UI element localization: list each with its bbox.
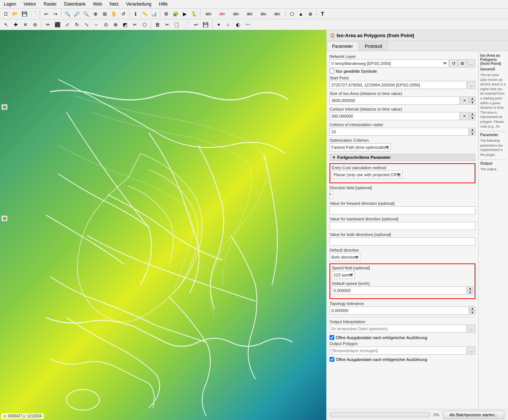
both-directions-input[interactable] — [330, 237, 475, 246]
toolbar-part[interactable]: ⊕ — [111, 20, 120, 29]
toolbar-refresh[interactable]: ↺ — [119, 9, 128, 18]
network-layer-settings[interactable]: ⚙ — [458, 59, 466, 68]
toolbar-arc[interactable]: ◐ — [233, 20, 242, 29]
toolbar-python[interactable]: 🐍 — [190, 9, 199, 18]
topology-spin-up[interactable]: ▲ — [469, 306, 475, 311]
cellsize-input[interactable] — [330, 128, 469, 136]
toolbar-shape2[interactable]: ▲ — [296, 9, 305, 18]
toolbar-circle[interactable]: ○ — [224, 20, 233, 29]
menu-verarbeitung[interactable]: Verarbeitung — [124, 1, 154, 7]
toolbar-measure[interactable]: 📏 — [140, 9, 149, 18]
default-speed-spin-up[interactable]: ▲ — [467, 286, 473, 291]
menu-lagen[interactable]: Lagen — [1, 1, 18, 7]
speed-field-select[interactable]: 123 speed — [332, 271, 355, 279]
advanced-section-header[interactable]: ▼ Fortgeschrittene Parameter — [330, 154, 475, 161]
toolbar-undo2[interactable]: ↩ — [191, 20, 200, 29]
only-selected-checkbox[interactable] — [330, 69, 334, 73]
map-canvas[interactable]: x: 2658427 y: 1213204 ⊠ ⊠ — [0, 30, 326, 420]
iso-area-size-input[interactable] — [330, 96, 460, 105]
iso-area-clear-btn[interactable]: ✕ — [461, 96, 469, 105]
contour-spin-up[interactable]: ▲ — [469, 112, 475, 116]
menu-raster[interactable]: Raster — [41, 1, 59, 7]
toolbar-label5[interactable]: abc — [257, 9, 270, 18]
toolbar-shape1[interactable]: ⬡ — [287, 9, 296, 18]
toolbar-cut[interactable]: ✂ — [163, 20, 171, 29]
contour-clear-btn[interactable]: ✕ — [461, 112, 469, 120]
contour-spin-down[interactable]: ▼ — [469, 116, 475, 120]
toolbar-move[interactable]: ⤢ — [63, 20, 72, 29]
toolbar-edit[interactable]: ✏ — [43, 20, 52, 29]
toolbar-shape3[interactable]: ⊛ — [306, 9, 315, 18]
toolbar-delete[interactable]: 🗑 — [153, 20, 162, 29]
toolbar-paste[interactable]: 📄 — [182, 20, 191, 29]
output-polygon-input[interactable] — [330, 347, 466, 355]
direction-field-select[interactable] — [330, 191, 333, 199]
toolbar-zoom-out[interactable]: 🔍 — [82, 9, 91, 18]
toolbar-new[interactable]: 🗋 — [1, 9, 10, 18]
network-layer-refresh[interactable]: ↺ — [449, 59, 458, 68]
output-interpolation-browse[interactable]: ... — [467, 325, 475, 333]
default-direction-select[interactable]: Both directions — [330, 253, 360, 261]
default-speed-spin-down[interactable]: ▼ — [467, 291, 473, 295]
cellsize-spin-up[interactable]: ▲ — [469, 128, 475, 132]
toolbar-rotate[interactable]: ↻ — [72, 20, 81, 29]
toolbar-label4[interactable]: abc — [243, 9, 256, 18]
toolbar-label[interactable]: abc — [202, 9, 215, 18]
toolbar-reshape[interactable]: ◩ — [121, 20, 130, 29]
menu-datenbank[interactable]: Datenbank — [62, 1, 88, 7]
network-layer-select[interactable]: V tempWanderweg [EPSG:2056] — [330, 59, 449, 68]
toolbar-scale[interactable]: ⤡ — [82, 20, 91, 29]
toolbar-plugins[interactable]: 🧩 — [171, 9, 180, 18]
toolbar-invert[interactable]: ⊖ — [30, 20, 39, 29]
toolbar-settings[interactable]: ⚙ — [162, 9, 171, 18]
only-selected-label[interactable]: Nur gewählte Symbole — [336, 69, 377, 73]
toolbar-select2[interactable]: ✚ — [11, 20, 20, 29]
toolbar-ring[interactable]: ⊙ — [101, 20, 110, 29]
output-interpolation-input[interactable] — [330, 325, 466, 333]
toolbar-t[interactable]: T — [318, 9, 327, 18]
menu-netz[interactable]: Netz — [107, 1, 121, 7]
menu-vektor[interactable]: Vektor — [21, 1, 38, 7]
iso-area-spin-up[interactable]: ▲ — [469, 96, 475, 101]
toolbar-label2[interactable]: abc — [216, 9, 229, 18]
toolbar-select[interactable]: ↖ — [1, 20, 10, 29]
output-polygon-open-label[interactable]: Öffne Ausgabedatei nach erfolgreicher Au… — [336, 357, 427, 362]
toolbar-split[interactable]: ✂ — [130, 20, 139, 29]
tab-parameter[interactable]: Parameter — [327, 42, 358, 51]
toolbar-save-as[interactable]: 📄 — [29, 9, 38, 18]
output-polygon-open-checkbox[interactable] — [330, 357, 334, 362]
toolbar-deselect[interactable]: ✕ — [21, 20, 30, 29]
toolbar-zoom-selection[interactable]: ⊕ — [91, 9, 100, 18]
toolbar-save[interactable]: 💾 — [20, 9, 29, 18]
network-layer-browse[interactable]: … — [467, 59, 475, 68]
toolbar-processing[interactable]: ▶ — [180, 9, 189, 18]
toolbar-label6[interactable]: abc — [271, 9, 284, 18]
start-point-input[interactable] — [330, 81, 466, 89]
tab-protokoll[interactable]: Protokoll — [359, 42, 388, 51]
toolbar-identify[interactable]: ℹ — [131, 9, 140, 18]
start-point-browse[interactable]: ... — [467, 81, 475, 89]
backward-direction-input[interactable] — [330, 222, 475, 230]
toolbar-zoom-layer[interactable]: ⊞ — [100, 9, 109, 18]
toolbar-pan[interactable]: ✋ — [109, 9, 118, 18]
menu-hilfe[interactable]: Hilfe — [157, 1, 170, 7]
toolbar-undo[interactable]: ↩ — [42, 9, 50, 18]
toolbar-freehand[interactable]: 〰 — [243, 20, 252, 29]
toolbar-save2[interactable]: 💾 — [201, 20, 210, 29]
toolbar-copy[interactable]: 📋 — [172, 20, 181, 29]
toolbar-open[interactable]: 📂 — [11, 9, 20, 18]
forward-direction-input[interactable] — [330, 206, 475, 214]
optimization-select[interactable]: Fastest Path (time optimization) — [330, 143, 391, 151]
iso-area-spin-down[interactable]: ▼ — [469, 101, 475, 105]
menu-web[interactable]: Web — [91, 1, 104, 7]
batch-button[interactable]: Als Batchprozess starten... — [443, 411, 504, 419]
output-interpolation-open-label[interactable]: Öffne Ausgabedatei nach erfolgreicher Au… — [336, 335, 427, 340]
toolbar-chart[interactable]: 📊 — [150, 9, 158, 18]
output-polygon-browse[interactable]: ... — [467, 347, 475, 355]
topology-tolerance-input[interactable] — [330, 306, 469, 315]
cellsize-spin-down[interactable]: ▼ — [469, 132, 475, 136]
toolbar-simplify[interactable]: ~ — [92, 20, 101, 29]
topology-spin-down[interactable]: ▼ — [469, 311, 475, 315]
entry-cost-select[interactable]: Planar (only use with projected CRS) — [332, 171, 403, 179]
output-interpolation-open-checkbox[interactable] — [330, 335, 334, 340]
